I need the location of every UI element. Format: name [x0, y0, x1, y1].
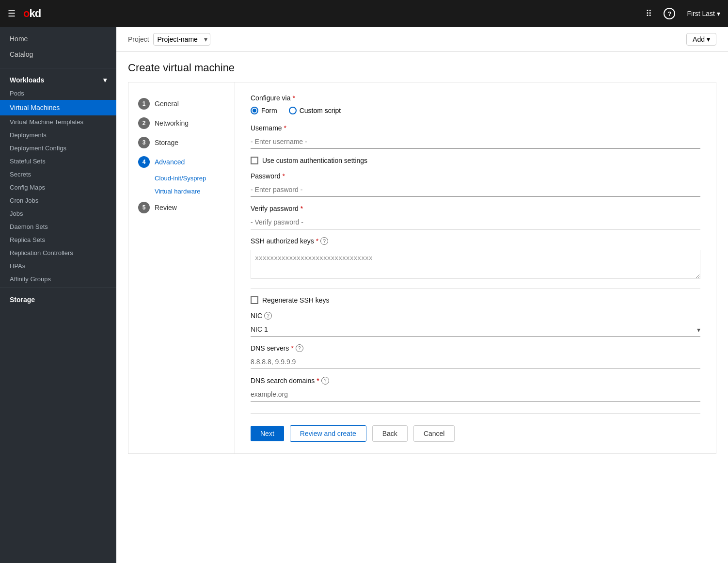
step-4-label: Advanced: [155, 158, 185, 166]
dns-search-group: DNS search domains * ?: [251, 377, 700, 402]
step-networking[interactable]: 2 Networking: [136, 113, 227, 133]
sidebar-item-replica-sets[interactable]: Replica Sets: [0, 233, 116, 246]
step-5-label: Review: [155, 204, 177, 211]
steps-panel: 1 General 2 Networking 3 Storage 4 Advan…: [128, 82, 235, 453]
step-advanced[interactable]: 4 Advanced: [136, 152, 227, 172]
sidebar-item-virtual-machines[interactable]: Virtual Machines: [0, 100, 116, 115]
page-title: Create virtual machine: [128, 62, 716, 74]
sidebar-item-replication-controllers[interactable]: Replication Controllers: [0, 246, 116, 259]
regenerate-ssh-row[interactable]: Regenerate SSH keys: [251, 296, 700, 304]
step-2-label: Networking: [155, 119, 189, 127]
chevron-down-icon: ▾: [707, 35, 710, 43]
cancel-button[interactable]: Cancel: [413, 425, 455, 442]
step-general[interactable]: 1 General: [136, 94, 227, 113]
configure-via-label: Configure via *: [251, 94, 700, 102]
help-icon[interactable]: ?: [664, 8, 675, 19]
radio-form-circle: [251, 107, 258, 114]
step-3-label: Storage: [155, 139, 178, 146]
nic-select-wrapper: NIC 1 ▾: [251, 322, 700, 337]
verify-password-label: Verify password *: [251, 205, 700, 212]
step-review[interactable]: 5 Review: [136, 198, 227, 217]
verify-password-input[interactable]: [251, 215, 700, 229]
page-title-bar: Create virtual machine: [116, 52, 728, 82]
username-label: Username *: [251, 124, 700, 132]
step-sub-virtual-hardware[interactable]: Virtual hardware: [136, 185, 227, 198]
radio-custom-script[interactable]: Custom script: [289, 107, 341, 114]
ssh-keys-textarea[interactable]: xxxxxxxxxxxxxxxxxxxxxxxxxxxxxxx: [251, 250, 700, 279]
configure-via-group: Configure via * Form Custom script: [251, 94, 700, 114]
chevron-down-icon: [717, 10, 720, 17]
step-1-label: General: [155, 100, 179, 108]
password-input[interactable]: [251, 183, 700, 197]
ssh-divider: [251, 288, 700, 289]
project-select[interactable]: Project-name: [153, 33, 210, 46]
step-2-num: 2: [138, 117, 150, 129]
dns-search-label: DNS search domains * ?: [251, 377, 700, 385]
nic-group: NIC ? NIC 1 ▾: [251, 312, 700, 337]
sidebar-item-vm-templates[interactable]: Virtual Machine Templates: [0, 115, 116, 129]
logo: okd: [23, 7, 41, 20]
sidebar: Home Catalog Workloads ▾ Pods Virtual Ma…: [0, 27, 116, 563]
sidebar-item-deployment-configs[interactable]: Deployment Configs: [0, 142, 116, 155]
sidebar-item-secrets[interactable]: Secrets: [0, 168, 116, 181]
step-5-num: 5: [138, 202, 150, 213]
step-storage[interactable]: 3 Storage: [136, 133, 227, 152]
dns-search-help-icon[interactable]: ?: [321, 377, 329, 385]
sidebar-item-catalog[interactable]: Catalog: [0, 47, 116, 62]
sidebar-item-pods[interactable]: Pods: [0, 87, 116, 100]
form-container: 1 General 2 Networking 3 Storage 4 Advan…: [128, 82, 716, 454]
username-group: Username *: [251, 124, 700, 149]
step-sub-cloud-init[interactable]: Cloud-init/Sysprep: [136, 172, 227, 185]
back-button[interactable]: Back: [372, 425, 408, 442]
verify-password-group: Verify password *: [251, 205, 700, 229]
hamburger-icon[interactable]: ☰: [8, 8, 16, 19]
password-label: Password *: [251, 172, 700, 180]
chevron-down-icon: ▾: [103, 76, 107, 84]
sidebar-item-stateful-sets[interactable]: Stateful Sets: [0, 155, 116, 168]
password-group: Password *: [251, 172, 700, 197]
content-area: Project Project-name Add ▾ Create virtua…: [116, 27, 728, 563]
dns-servers-label: DNS servers * ?: [251, 344, 700, 352]
username-input[interactable]: [251, 135, 700, 149]
user-menu[interactable]: First Last: [687, 10, 720, 17]
dns-servers-input[interactable]: [251, 355, 700, 369]
sidebar-storage-header[interactable]: Storage: [0, 290, 116, 306]
sidebar-item-jobs[interactable]: Jobs: [0, 207, 116, 220]
radio-form[interactable]: Form: [251, 107, 277, 114]
radio-custom-script-circle: [289, 107, 297, 114]
ssh-keys-help-icon[interactable]: ?: [320, 237, 328, 245]
project-bar: Project Project-name Add ▾: [116, 27, 728, 52]
nic-label: NIC ?: [251, 312, 700, 320]
topbar: ☰ okd ⠿ ? First Last: [0, 0, 728, 27]
ssh-keys-label: SSH authorized keys * ?: [251, 237, 700, 245]
custom-auth-checkbox[interactable]: [251, 157, 258, 164]
sidebar-item-config-maps[interactable]: Config Maps: [0, 181, 116, 194]
step-1-num: 1: [138, 98, 150, 110]
form-main: Configure via * Form Custom script: [235, 82, 716, 453]
regenerate-ssh-checkbox[interactable]: [251, 296, 258, 304]
dns-servers-group: DNS servers * ?: [251, 344, 700, 369]
custom-auth-row[interactable]: Use custom authentication settings: [251, 157, 700, 164]
sidebar-item-affinity-groups[interactable]: Affinity Groups: [0, 273, 116, 286]
configure-via-radio-group: Form Custom script: [251, 107, 700, 114]
sidebar-item-deployments[interactable]: Deployments: [0, 129, 116, 142]
sidebar-workloads-header[interactable]: Workloads ▾: [0, 70, 116, 87]
nic-help-icon[interactable]: ?: [264, 312, 272, 320]
project-label: Project: [128, 35, 149, 43]
add-button[interactable]: Add ▾: [686, 33, 716, 46]
grid-icon[interactable]: ⠿: [646, 8, 652, 19]
sidebar-item-home[interactable]: Home: [0, 31, 116, 47]
dns-search-input[interactable]: [251, 387, 700, 402]
nic-select[interactable]: NIC 1: [251, 322, 700, 337]
sidebar-item-daemon-sets[interactable]: Daemon Sets: [0, 220, 116, 233]
review-create-button[interactable]: Review and create: [290, 425, 366, 442]
next-button[interactable]: Next: [251, 426, 284, 441]
project-selector[interactable]: Project-name: [153, 33, 210, 46]
step-3-num: 3: [138, 137, 150, 148]
step-4-num: 4: [138, 156, 150, 168]
dns-servers-help-icon[interactable]: ?: [296, 344, 303, 352]
sidebar-item-cron-jobs[interactable]: Cron Jobs: [0, 194, 116, 207]
ssh-keys-group: SSH authorized keys * ? xxxxxxxxxxxxxxxx…: [251, 237, 700, 280]
sidebar-item-hpas[interactable]: HPAs: [0, 259, 116, 273]
form-actions: Next Review and create Back Cancel: [251, 413, 700, 442]
